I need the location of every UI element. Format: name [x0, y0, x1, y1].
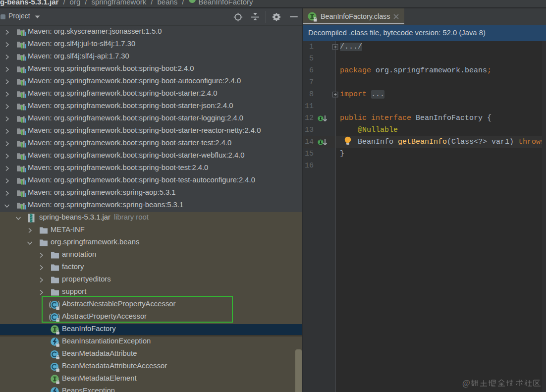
svg-text:@: @	[462, 378, 470, 388]
